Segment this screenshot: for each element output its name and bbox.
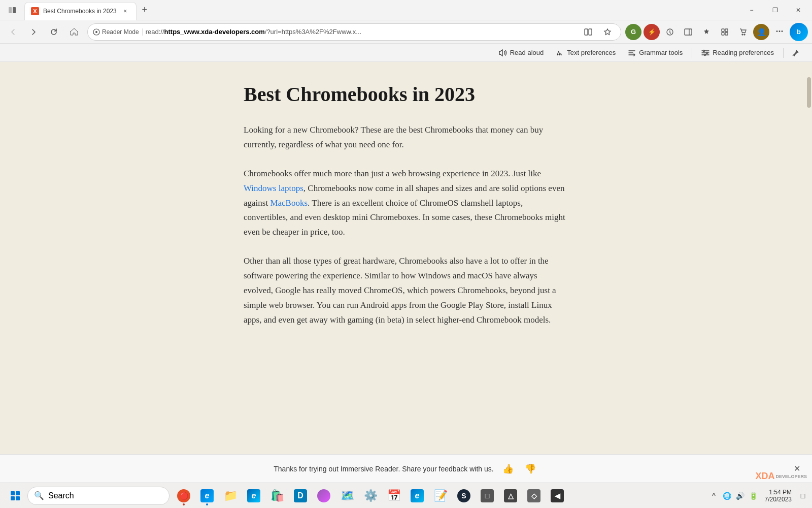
read-aloud-label: Read aloud <box>510 49 544 56</box>
taskbar-search[interactable]: 🔍 Search <box>27 487 170 505</box>
taskbar-maps-icon[interactable]: 🗺️ <box>336 485 358 507</box>
clock-display[interactable]: 1:54 PM 7/20/2023 <box>761 489 796 503</box>
svg-point-20 <box>703 50 705 51</box>
tray-notification[interactable]: □ <box>798 491 808 501</box>
back-button[interactable] <box>4 23 22 41</box>
forward-button[interactable] <box>24 23 43 41</box>
tray-network[interactable]: 🌐 <box>722 491 732 501</box>
tab-title: Best Chromebooks in 2023 <box>43 8 117 15</box>
reader-mode-indicator: Reader Mode <box>93 28 143 36</box>
taskbar-explorer-icon[interactable]: 📁 <box>219 485 242 507</box>
clock-date: 7/20/2023 <box>765 496 792 503</box>
svg-rect-5 <box>589 29 592 35</box>
new-tab-button[interactable]: + <box>137 2 153 18</box>
grammar-tools-button[interactable]: Grammar tools <box>623 47 688 59</box>
svg-rect-1 <box>13 7 16 13</box>
favorites-bar-button[interactable] <box>698 24 715 40</box>
profile-button[interactable]: 👤 <box>753 24 769 40</box>
svg-rect-10 <box>725 29 728 31</box>
toolbar-divider <box>692 48 692 58</box>
split-screen-button[interactable] <box>580 24 596 40</box>
article-title: Best Chromebooks in 2023 <box>244 82 568 107</box>
home-button[interactable] <box>65 23 83 41</box>
text-preferences-label: Text preferences <box>567 49 616 56</box>
thumbs-down-button[interactable]: 👎 <box>522 461 538 477</box>
grammar-tools-label: Grammar tools <box>639 49 683 56</box>
tray-battery[interactable]: 🔋 <box>749 491 759 501</box>
reading-preferences-button[interactable]: Reading preferences <box>696 47 779 59</box>
taskbar-edge-icon[interactable]: e <box>196 485 218 507</box>
tray-chevron[interactable]: ^ <box>709 491 719 501</box>
refresh-button[interactable] <box>45 23 63 41</box>
address-text: read://https_www.xda-developers.com/?url… <box>146 28 577 36</box>
tab-bar: X Best Chromebooks in 2023 × + <box>24 0 153 20</box>
taskbar-apps: 🔴 e 📁 e 🛍️ D 🗺️ <box>173 485 568 507</box>
address-bar[interactable]: Reader Mode read://https_www.xda-develop… <box>87 23 621 41</box>
titlebar: X Best Chromebooks in 2023 × + − ❐ ✕ <box>0 0 812 20</box>
tab-close-button[interactable]: × <box>121 7 130 16</box>
taskbar-edge3-icon[interactable]: e <box>406 485 428 507</box>
scrollbar-thumb[interactable] <box>807 77 811 108</box>
taskbar-app18-icon[interactable]: ◀ <box>546 485 568 507</box>
titlebar-left: X Best Chromebooks in 2023 × + <box>0 0 740 20</box>
taskbar-settings-icon[interactable]: ⚙️ <box>359 485 382 507</box>
svg-rect-9 <box>722 29 724 31</box>
taskbar-app17-icon[interactable]: ◇ <box>523 485 545 507</box>
minimize-button[interactable]: − <box>740 0 763 20</box>
svg-point-21 <box>706 52 708 53</box>
system-tray: ^ 🌐 🔊 🔋 <box>709 491 759 501</box>
taskbar-dell-icon[interactable]: D <box>289 485 312 507</box>
extension1-button[interactable]: ⚡ <box>644 24 660 40</box>
navbar: Reader Mode read://https_www.xda-develop… <box>0 20 812 44</box>
taskbar-notification-icon[interactable]: 🔴 <box>173 485 195 507</box>
svg-point-14 <box>744 34 745 35</box>
toolbar-divider2 <box>783 48 784 58</box>
window-controls-right: − ❐ ✕ <box>740 0 812 20</box>
svg-point-3 <box>95 31 97 33</box>
read-aloud-button[interactable]: Read aloud <box>494 47 549 59</box>
collections-button[interactable] <box>717 24 733 40</box>
taskbar-right: ^ 🌐 🔊 🔋 1:54 PM 7/20/2023 □ <box>709 489 808 503</box>
copilot-button[interactable]: b <box>790 23 808 41</box>
svg-rect-7 <box>685 29 692 35</box>
svg-rect-11 <box>722 33 724 35</box>
article-content: Best Chromebooks in 2023 Looking for a n… <box>0 62 812 454</box>
taskbar-notepad-icon[interactable]: 📝 <box>429 485 452 507</box>
taskbar-edge2-icon[interactable]: e <box>243 485 265 507</box>
taskbar-app16-icon[interactable]: △ <box>499 485 522 507</box>
active-tab[interactable]: X Best Chromebooks in 2023 × <box>24 2 137 20</box>
article-paragraph-2: Chromebooks offer much more than just a … <box>244 167 568 240</box>
sidebar-toggle-button[interactable] <box>4 2 20 18</box>
more-button[interactable]: ··· <box>771 24 788 40</box>
close-button[interactable]: ✕ <box>787 0 810 20</box>
windows-laptops-link[interactable]: Windows laptops <box>244 183 303 193</box>
taskbar-steam-icon[interactable]: S <box>453 485 475 507</box>
scrollbar-track[interactable] <box>806 62 812 483</box>
feedback-bar: Thanks for trying out Immersive Reader. … <box>0 454 812 483</box>
text-preferences-button[interactable]: A A Text preferences <box>551 47 621 59</box>
reading-preferences-label: Reading preferences <box>713 49 774 56</box>
tray-sound[interactable]: 🔊 <box>735 491 746 501</box>
extension2-button[interactable] <box>662 24 678 40</box>
taskbar-app15-icon[interactable]: □ <box>476 485 498 507</box>
thumbs-up-button[interactable]: 👍 <box>500 461 516 477</box>
shopping-button[interactable] <box>735 24 751 40</box>
restore-button[interactable]: ❐ <box>763 0 787 20</box>
start-button[interactable] <box>4 485 26 507</box>
pin-button[interactable] <box>788 45 804 61</box>
start-icon <box>11 491 20 500</box>
taskbar-copilot-icon[interactable] <box>313 485 335 507</box>
taskbar: 🔍 Search 🔴 e 📁 e 🛍️ D <box>0 483 812 508</box>
taskbar-calendar-icon[interactable]: 📅 <box>383 485 405 507</box>
article-paragraph-1: Looking for a new Chromebook? These are … <box>244 123 568 152</box>
favorites-button[interactable] <box>599 24 616 40</box>
xda-watermark: XDA DEVELOPERS <box>755 471 807 482</box>
svg-rect-0 <box>9 7 12 13</box>
taskbar-store-icon[interactable]: 🛍️ <box>266 485 288 507</box>
grammarly-button[interactable]: G <box>625 24 641 40</box>
feedback-text: Thanks for trying out Immersive Reader. … <box>274 465 493 473</box>
sidebar-button[interactable] <box>680 24 696 40</box>
search-placeholder: Search <box>48 491 74 500</box>
tab-favicon: X <box>31 7 39 15</box>
macbooks-link[interactable]: MacBooks <box>270 198 308 208</box>
